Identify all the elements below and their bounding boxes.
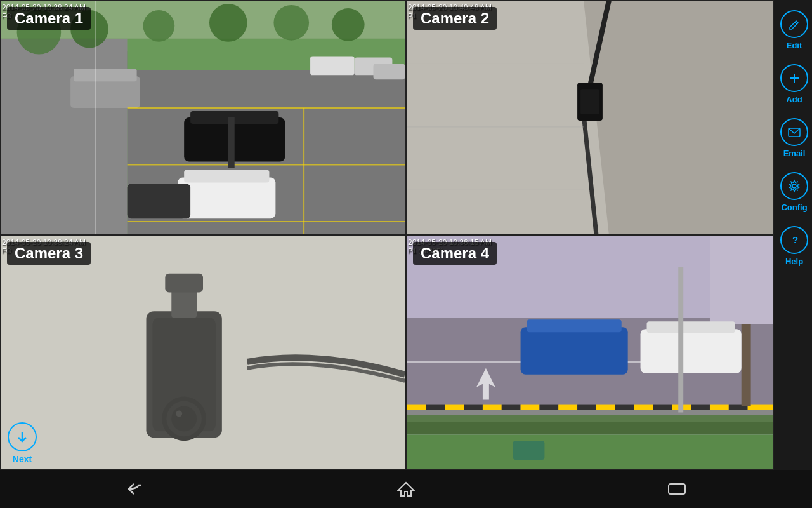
edit-label: Edit xyxy=(787,41,802,50)
camera4-label: Camera 4 xyxy=(413,242,497,265)
next-label: Next xyxy=(13,454,32,464)
svg-rect-84 xyxy=(678,267,683,413)
add-label: Add xyxy=(786,95,802,104)
camera2-cell[interactable]: 2014-05-20 10:49:48 AM P1 Camera 2 xyxy=(406,0,774,235)
svg-rect-79 xyxy=(521,327,628,375)
help-button[interactable]: ? Help xyxy=(774,222,812,270)
help-icon: ? xyxy=(780,226,808,254)
svg-rect-16 xyxy=(184,170,269,183)
home-button[interactable] xyxy=(271,470,542,508)
svg-rect-58 xyxy=(502,405,521,410)
svg-rect-12 xyxy=(74,69,136,81)
add-button[interactable]: Add xyxy=(774,60,812,108)
svg-point-8 xyxy=(209,4,247,42)
next-icon xyxy=(8,422,37,451)
svg-rect-53 xyxy=(407,405,426,410)
svg-rect-24 xyxy=(310,57,355,76)
bottom-bar: Next xyxy=(0,470,812,508)
svg-rect-59 xyxy=(521,405,540,410)
svg-rect-69 xyxy=(710,405,729,410)
config-label: Config xyxy=(781,203,807,212)
edit-icon xyxy=(780,10,808,38)
camera3-cell[interactable]: 2014-05-20 10:38:24 AM FO Camera 3 xyxy=(0,235,406,470)
svg-rect-72 xyxy=(407,434,773,469)
svg-rect-1 xyxy=(1,39,128,234)
svg-rect-60 xyxy=(539,405,558,410)
svg-point-9 xyxy=(273,5,309,41)
svg-text:?: ? xyxy=(792,234,798,245)
config-icon xyxy=(780,172,808,200)
camera4-cell[interactable]: 2014-05-20 10:36:15 AM P1 (1080P) Camera… xyxy=(406,235,774,470)
svg-rect-55 xyxy=(445,405,464,410)
svg-rect-82 xyxy=(647,321,735,333)
svg-rect-56 xyxy=(464,405,483,410)
camera1-cell[interactable]: 2014-05-20 10:38:24 AM FO Camera 1 xyxy=(0,0,406,235)
svg-marker-29 xyxy=(584,1,773,234)
camera1-label: Camera 1 xyxy=(7,7,91,30)
camera3-label: Camera 3 xyxy=(7,242,91,265)
svg-rect-33 xyxy=(580,89,599,114)
svg-marker-93 xyxy=(398,483,414,496)
camera-grid: 2014-05-20 10:38:24 AM FO Camera 1 xyxy=(0,0,774,470)
edit-button[interactable]: Edit xyxy=(774,6,812,54)
camera2-label: Camera 2 xyxy=(413,7,497,30)
svg-rect-62 xyxy=(577,405,596,410)
svg-rect-63 xyxy=(596,405,615,410)
recent-button[interactable] xyxy=(541,470,812,508)
email-button[interactable]: Email xyxy=(774,114,812,162)
add-icon xyxy=(780,64,808,92)
svg-rect-94 xyxy=(669,484,685,494)
svg-rect-81 xyxy=(641,329,742,373)
svg-point-90 xyxy=(792,184,796,188)
svg-rect-80 xyxy=(527,319,622,332)
camera-area: 2014-05-20 10:38:24 AM FO Camera 1 xyxy=(0,0,812,470)
svg-rect-64 xyxy=(615,405,634,410)
config-button[interactable]: Config xyxy=(774,168,812,216)
help-label: Help xyxy=(785,257,803,266)
svg-rect-85 xyxy=(513,441,545,460)
email-icon xyxy=(780,118,808,146)
back-button[interactable] xyxy=(0,470,271,508)
svg-rect-47 xyxy=(1,236,405,469)
main-container: 2014-05-20 10:38:24 AM FO Camera 1 xyxy=(0,0,812,508)
svg-rect-83 xyxy=(773,330,773,373)
svg-point-10 xyxy=(332,8,365,41)
svg-point-7 xyxy=(143,10,175,42)
svg-rect-61 xyxy=(558,405,577,410)
svg-rect-68 xyxy=(691,405,710,410)
svg-rect-22 xyxy=(228,117,235,168)
svg-rect-57 xyxy=(483,405,502,410)
svg-rect-71 xyxy=(748,405,773,410)
next-button[interactable]: Next xyxy=(0,418,44,469)
svg-line-86 xyxy=(795,22,797,24)
svg-rect-66 xyxy=(653,405,672,410)
sidebar: Edit Add Email xyxy=(774,0,812,470)
svg-rect-75 xyxy=(710,236,773,324)
svg-rect-65 xyxy=(634,405,653,410)
svg-rect-17 xyxy=(128,184,190,218)
email-label: Email xyxy=(783,149,806,158)
svg-rect-15 xyxy=(178,177,275,218)
svg-rect-26 xyxy=(374,64,405,79)
svg-rect-54 xyxy=(426,405,445,410)
